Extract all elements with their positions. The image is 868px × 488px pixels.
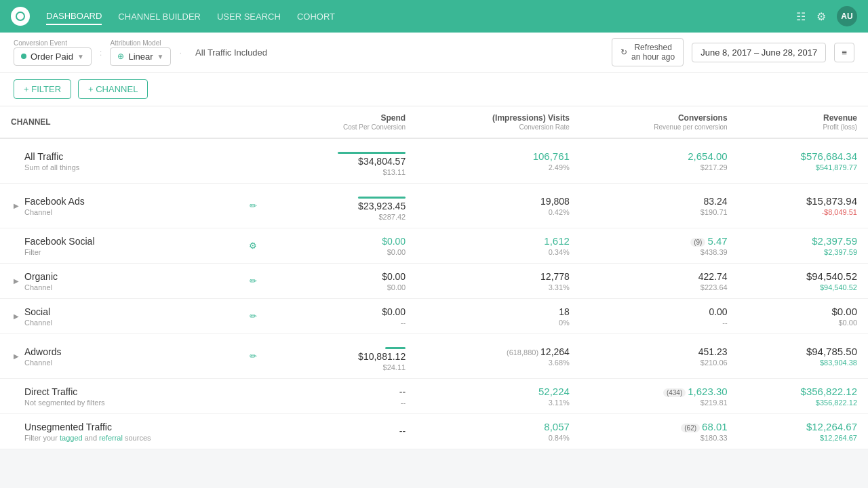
filter-button[interactable]: + FILTER — [14, 79, 71, 99]
channel-button[interactable]: + CHANNEL — [78, 79, 148, 99]
visits-cell: 106,761 2.49% — [416, 138, 580, 184]
col-header-spend: Spend Cost Per Conversion — [268, 106, 416, 138]
conversions-cell: (434)1,623.30 $219.81 — [580, 379, 738, 414]
table-row: ▶ Organic Channel ✏ $0.00 $0.00 12,778 3… — [0, 264, 868, 299]
col-header-conversions: Conversions Revenue per conversion — [580, 106, 738, 138]
attribution-group: Attribution Model ⊕ Linear ▼ — [110, 39, 171, 66]
revenue-cell: $94,540.52 $94,540.52 — [738, 264, 868, 299]
avatar[interactable]: AU — [837, 6, 857, 26]
data-table: CHANNEL Spend Cost Per Conversion (Impre… — [0, 106, 868, 449]
separator2: · — [179, 47, 182, 58]
expand-icon[interactable]: ▶ — [11, 276, 22, 287]
spend-cell: $34,804.57 $13.11 — [268, 138, 416, 184]
revenue-cell: $94,785.50 $83,904.38 — [738, 334, 868, 379]
conversions-cell: 0.00 -- — [580, 299, 738, 334]
separator: : — [100, 47, 102, 58]
channel-name-cell: ▶ Adwords Channel ✏ — [0, 334, 268, 379]
visits-cell: 8,057 0.84% — [416, 414, 580, 449]
columns-icon: ≡ — [842, 47, 847, 58]
table-row: Direct Traffic Not segmented by filters … — [0, 379, 868, 414]
visits-cell: 1,612 0.34% — [416, 228, 580, 264]
table-row: Facebook Social Filter ⚙ $0.00 $0.00 1,6… — [0, 228, 868, 264]
nav-right: ☷ ⚙ AU — [796, 6, 857, 26]
conversion-label: Conversion Event — [14, 39, 92, 47]
conversions-cell: (62)68.01 $180.33 — [580, 414, 738, 449]
traffic-filter-label: All Traffic Included — [195, 47, 267, 58]
navigation: DASHBOARD CHANNEL BUILDER USER SEARCH CO… — [0, 0, 868, 33]
edit-icon[interactable]: ✏ — [250, 351, 257, 361]
spend-cell: -- -- — [268, 379, 416, 414]
spend-cell: $10,881.12 $24.11 — [268, 334, 416, 379]
date-range-picker[interactable]: June 8, 2017 – June 28, 2017 — [692, 43, 826, 62]
channel-name-cell: Unsegmented Traffic Filter your tagged a… — [0, 414, 268, 449]
revenue-cell: $12,264.67 $12,264.67 — [738, 414, 868, 449]
conversion-dropdown[interactable]: Order Paid ▼ — [14, 47, 92, 66]
visits-cell: 12,778 3.31% — [416, 264, 580, 299]
logo[interactable] — [11, 7, 30, 26]
channel-name-cell: ▶ Organic Channel ✏ — [0, 264, 268, 299]
nav-dashboard[interactable]: DASHBOARD — [46, 8, 102, 25]
edit-icon[interactable]: ✏ — [250, 311, 257, 321]
edit-icon[interactable]: ✏ — [250, 276, 257, 286]
refresh-button[interactable]: ↻ Refreshed an hour ago — [612, 38, 684, 66]
col-header-visits: (Impressions) Visits Conversion Rate — [416, 106, 580, 138]
revenue-cell: $576,684.34 $541,879.77 — [738, 138, 868, 184]
columns-button[interactable]: ≡ — [834, 43, 854, 62]
attribution-label: Attribution Model — [110, 39, 171, 47]
conversions-cell: (9)5.47 $438.39 — [580, 228, 738, 264]
visits-cell: 18 0% — [416, 299, 580, 334]
conversion-group: Conversion Event Order Paid ▼ — [14, 39, 92, 66]
conversions-cell: 83.24 $190.71 — [580, 184, 738, 228]
attribution-dropdown[interactable]: ⊕ Linear ▼ — [110, 47, 171, 66]
refresh-icon: ↻ — [620, 47, 627, 57]
spend-cell: $23,923.45 $287.42 — [268, 184, 416, 228]
filter-bar: + FILTER + CHANNEL — [0, 73, 868, 106]
expand-icon[interactable]: ▶ — [11, 201, 22, 211]
conversions-cell: 451.23 $210.06 — [580, 334, 738, 379]
gear-icon[interactable]: ⚙ — [249, 241, 257, 251]
channel-name-cell: ▶ Facebook Ads Channel ✏ — [0, 184, 268, 228]
revenue-cell: $0.00 $0.00 — [738, 299, 868, 334]
channel-name-cell: ▶ Social Channel ✏ — [0, 299, 268, 334]
gear-icon[interactable]: ⚙ — [816, 10, 826, 23]
edit-icon[interactable]: ✏ — [250, 201, 257, 211]
revenue-cell: $356,822.12 $356,822.12 — [738, 379, 868, 414]
col-header-channel: CHANNEL — [0, 106, 268, 138]
spend-cell: $0.00 $0.00 — [268, 264, 416, 299]
chevron-down-icon: ▼ — [157, 53, 164, 60]
table-row: ▶ Adwords Channel ✏ $10,881.12 $24.11 (6… — [0, 334, 868, 379]
expand-icon[interactable]: ▶ — [11, 311, 22, 322]
spend-cell: $0.00 -- — [268, 299, 416, 334]
visits-cell: 52,224 3.11% — [416, 379, 580, 414]
nav-user-search[interactable]: USER SEARCH — [217, 9, 281, 24]
table-row: All Traffic Sum of all things $34,804.57… — [0, 138, 868, 184]
conversions-cell: 2,654.00 $217.29 — [580, 138, 738, 184]
visits-cell: 19,808 0.42% — [416, 184, 580, 228]
channel-name-cell: All Traffic Sum of all things — [0, 138, 268, 184]
channel-name-cell: Facebook Social Filter ⚙ — [0, 228, 268, 264]
nav-cohort[interactable]: COHORT — [297, 9, 335, 24]
revenue-cell: $2,397.59 $2,397.59 — [738, 228, 868, 264]
conversions-cell: 422.74 $223.64 — [580, 264, 738, 299]
chat-icon[interactable]: ☷ — [796, 10, 806, 23]
spend-cell: $0.00 $0.00 — [268, 228, 416, 264]
visits-cell: (618,880)12,264 3.68% — [416, 334, 580, 379]
table-row: Unsegmented Traffic Filter your tagged a… — [0, 414, 868, 449]
toolbar-right: ↻ Refreshed an hour ago June 8, 2017 – J… — [612, 38, 854, 66]
channel-name-cell: Direct Traffic Not segmented by filters — [0, 379, 268, 414]
expand-icon[interactable]: ▶ — [11, 351, 22, 362]
spend-cell: -- — [268, 414, 416, 449]
table-row: ▶ Facebook Ads Channel ✏ $23,923.45 $287… — [0, 184, 868, 228]
toolbar: Conversion Event Order Paid ▼ : Attribut… — [0, 33, 868, 73]
chevron-down-icon: ▼ — [77, 53, 84, 60]
nav-channel-builder[interactable]: CHANNEL BUILDER — [118, 9, 201, 24]
revenue-cell: $15,873.94 -$8,049.51 — [738, 184, 868, 228]
col-header-revenue: Revenue Profit (loss) — [738, 106, 868, 138]
table-row: ▶ Social Channel ✏ $0.00 -- 18 0% 0.00 -… — [0, 299, 868, 334]
